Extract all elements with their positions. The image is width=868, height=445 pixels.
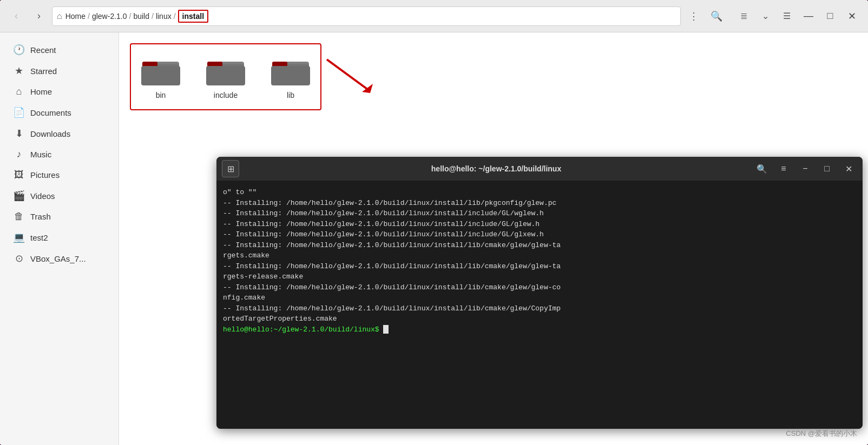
home-sidebar-icon: ⌂: [13, 86, 25, 97]
pictures-icon: 🖼: [13, 169, 25, 181]
terminal-line: -- Installing: /home/hello/glew-2.1.0/bu…: [223, 282, 856, 293]
terminal-line: -- Installing: /home/hello/glew-2.1.0/bu…: [223, 219, 856, 230]
sidebar-label-trash: Trash: [30, 212, 51, 221]
titlebar: ‹ › ⌂ Home / glew-2.1.0 / build / linux …: [0, 0, 868, 32]
sidebar-item-documents[interactable]: 📄 Documents: [4, 102, 114, 123]
folder-bin-label: bin: [156, 91, 166, 99]
sidebar-item-home[interactable]: ⌂ Home: [4, 82, 114, 102]
forward-button[interactable]: ›: [29, 6, 49, 26]
terminal-restore-button[interactable]: □: [818, 160, 836, 177]
folder-grid: bin include: [130, 43, 321, 110]
sidebar-item-pictures[interactable]: 🖼 Pictures: [4, 165, 114, 185]
starred-icon: ★: [13, 65, 25, 77]
videos-icon: 🎬: [13, 190, 25, 202]
breadcrumb-sep-2: /: [129, 12, 131, 21]
back-button[interactable]: ‹: [6, 6, 26, 26]
sidebar-label-documents: Documents: [30, 108, 71, 117]
terminal-titlebar: ⊞ hello@hello: ~/glew-2.1.0/build/linux …: [216, 157, 863, 181]
music-icon: ♪: [13, 149, 25, 160]
folder-lib[interactable]: lib: [266, 50, 315, 104]
sidebar-item-videos[interactable]: 🎬 Videos: [4, 185, 114, 206]
terminal-window: ⊞ hello@hello: ~/glew-2.1.0/build/linux …: [216, 157, 863, 429]
sidebar-label-starred: Starred: [30, 67, 57, 76]
documents-icon: 📄: [13, 107, 25, 118]
breadcrumb-home[interactable]: Home: [65, 12, 86, 21]
more-options-button[interactable]: ⋮: [684, 6, 703, 26]
home-icon: ⌂: [57, 11, 62, 21]
folder-lib-label: lib: [287, 91, 294, 99]
trash-icon: 🗑: [13, 211, 25, 222]
terminal-body[interactable]: o" to ""-- Installing: /home/hello/glew-…: [216, 181, 863, 429]
file-area: bin include: [119, 32, 868, 445]
restore-button[interactable]: □: [820, 6, 840, 26]
sidebar-item-vbox[interactable]: ⊙ VBox_GAs_7...: [4, 248, 114, 269]
terminal-line: rgets-release.cmake: [223, 271, 856, 282]
breadcrumb-build[interactable]: build: [133, 12, 149, 21]
sidebar: 🕐 Recent ★ Starred ⌂ Home 📄 Documents ⬇ …: [0, 32, 119, 445]
vbox-icon: ⊙: [13, 253, 25, 264]
terminal-line: -- Installing: /home/hello/glew-2.1.0/bu…: [223, 303, 856, 314]
terminal-close-button[interactable]: ✕: [840, 160, 857, 177]
file-manager: ‹ › ⌂ Home / glew-2.1.0 / build / linux …: [0, 0, 868, 445]
terminal-title: hello@hello: ~/glew-2.1.0/build/linux: [244, 164, 749, 173]
sidebar-item-recent[interactable]: 🕐 Recent: [4, 39, 114, 60]
view-grid-button[interactable]: ☰: [777, 6, 797, 26]
downloads-icon: ⬇: [13, 128, 25, 140]
breadcrumb-sep-4: /: [174, 12, 176, 21]
terminal-line: nfig.cmake: [223, 293, 856, 303]
sidebar-label-recent: Recent: [30, 45, 56, 55]
terminal-prompt-line: hello@hello:~/glew-2.1.0/build/linux$: [223, 324, 856, 335]
watermark: CSDN @爱看书的小木: [786, 429, 857, 439]
main-content: 🕐 Recent ★ Starred ⌂ Home 📄 Documents ⬇ …: [0, 32, 868, 445]
breadcrumb-install[interactable]: install: [178, 10, 208, 23]
terminal-line: o" to "": [223, 187, 856, 198]
svg-rect-11: [271, 66, 310, 85]
window-controls: ≣ ⌄ ☰ — □ ✕: [734, 6, 862, 26]
sidebar-label-music: Music: [30, 150, 51, 159]
svg-rect-3: [141, 66, 180, 85]
terminal-line: -- Installing: /home/hello/glew-2.1.0/bu…: [223, 261, 856, 272]
sidebar-label-test2: test2: [30, 233, 48, 242]
new-tab-icon: ⊞: [227, 164, 234, 174]
sidebar-label-videos: Videos: [30, 191, 55, 201]
recent-icon: 🕐: [13, 44, 25, 56]
terminal-minimize-button[interactable]: −: [797, 160, 814, 177]
sidebar-label-downloads: Downloads: [30, 129, 70, 138]
sidebar-item-trash[interactable]: 🗑 Trash: [4, 207, 114, 227]
terminal-cursor: [383, 325, 389, 334]
sidebar-item-test2[interactable]: 💻 test2: [4, 227, 114, 248]
terminal-line: -- Installing: /home/hello/glew-2.1.0/bu…: [223, 240, 856, 251]
close-button[interactable]: ✕: [842, 6, 862, 26]
folder-include-icon: [206, 54, 245, 87]
breadcrumb-linux[interactable]: linux: [156, 12, 172, 21]
view-list-button[interactable]: ≣: [734, 6, 753, 26]
breadcrumb-glew[interactable]: glew-2.1.0: [92, 12, 127, 21]
folder-lib-icon: [271, 54, 310, 87]
breadcrumb-sep-3: /: [152, 12, 154, 21]
breadcrumb-bar: ⌂ Home / glew-2.1.0 / build / linux / in…: [52, 6, 681, 26]
sidebar-item-downloads[interactable]: ⬇ Downloads: [4, 123, 114, 144]
terminal-menu-button[interactable]: ≡: [775, 160, 792, 177]
terminal-line: ortedTargetProperties.cmake: [223, 314, 856, 324]
terminal-search-button[interactable]: 🔍: [753, 160, 771, 177]
folder-include[interactable]: include: [201, 50, 250, 104]
folder-bin-icon: [141, 54, 180, 87]
sidebar-item-starred[interactable]: ★ Starred: [4, 61, 114, 81]
search-button[interactable]: 🔍: [707, 6, 726, 26]
sidebar-label-pictures: Pictures: [30, 170, 60, 180]
terminal-prompt-text: hello@hello:~/glew-2.1.0/build/linux$: [223, 326, 383, 334]
terminal-line: -- Installing: /home/hello/glew-2.1.0/bu…: [223, 198, 856, 209]
terminal-line: -- Installing: /home/hello/glew-2.1.0/bu…: [223, 229, 856, 240]
terminal-new-tab-button[interactable]: ⊞: [222, 160, 239, 177]
minimize-button[interactable]: —: [799, 6, 818, 26]
svg-rect-7: [206, 66, 245, 85]
folder-include-label: include: [214, 91, 238, 99]
folder-bin[interactable]: bin: [136, 50, 185, 104]
test2-icon: 💻: [13, 231, 25, 243]
sidebar-label-home: Home: [30, 87, 52, 96]
svg-line-12: [327, 59, 367, 89]
sidebar-label-vbox: VBox_GAs_7...: [30, 254, 86, 263]
view-dropdown-button[interactable]: ⌄: [755, 6, 775, 26]
breadcrumb-sep-1: /: [88, 12, 90, 21]
sidebar-item-music[interactable]: ♪ Music: [4, 144, 114, 164]
